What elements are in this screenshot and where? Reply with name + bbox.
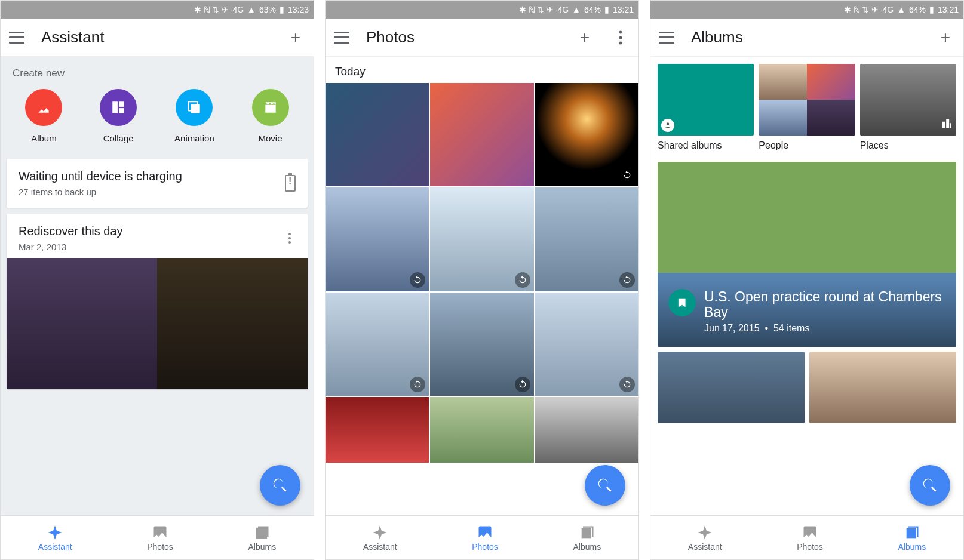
create-album[interactable]: Album — [25, 89, 62, 143]
sync-icon — [410, 377, 425, 392]
nav-photos-label: Photos — [797, 542, 823, 552]
overflow-menu-icon[interactable] — [611, 28, 630, 47]
featured-date: Jun 17, 2015 — [704, 323, 760, 333]
building-icon — [941, 118, 953, 132]
album-thumb[interactable] — [658, 352, 805, 423]
svg-point-8 — [619, 41, 622, 44]
memory-date: Mar 2, 2013 — [19, 242, 123, 252]
add-button[interactable]: + — [936, 28, 955, 47]
bottom-nav: Assistant Photos Albums — [326, 515, 638, 559]
sync-icon — [515, 272, 530, 288]
sync-icon — [515, 377, 530, 392]
places-thumbnail — [860, 64, 956, 136]
album-icon — [25, 89, 62, 126]
photo-grid — [326, 83, 638, 463]
photo-thumb[interactable] — [326, 83, 429, 186]
svg-rect-9 — [581, 528, 591, 538]
svg-point-10 — [667, 122, 670, 125]
content: Create new Album Collage Animation — [1, 57, 314, 515]
nav-photos[interactable]: Photos — [797, 524, 823, 552]
memory-thumb[interactable] — [157, 258, 308, 389]
photo-thumb[interactable] — [535, 293, 638, 396]
status-icons: ✱ ℕ ⇅ ✈ — [519, 5, 554, 14]
photo-thumb[interactable] — [535, 83, 638, 186]
page-title: Assistant — [41, 28, 269, 47]
add-button[interactable]: + — [286, 28, 305, 47]
menu-icon[interactable] — [9, 32, 24, 44]
search-fab[interactable] — [260, 465, 300, 506]
create-collage[interactable]: Collage — [100, 89, 137, 143]
create-movie-label: Movie — [259, 133, 283, 143]
photo-thumb[interactable] — [430, 293, 533, 396]
photo-thumb[interactable] — [535, 397, 638, 463]
svg-point-7 — [619, 36, 622, 39]
bottom-nav: Assistant Photos Albums — [1, 515, 314, 559]
album-row — [658, 352, 956, 423]
featured-title: U.S. Open practice round at Chambers Bay — [704, 289, 945, 321]
nav-albums[interactable]: Albums — [248, 524, 276, 552]
nav-albums[interactable]: Albums — [898, 524, 926, 552]
memory-card[interactable]: Rediscover this day Mar 2, 2013 — [7, 214, 308, 389]
nav-albums-label: Albums — [248, 542, 276, 552]
nav-photos-label: Photos — [147, 542, 173, 552]
sync-icon — [619, 272, 635, 288]
date-section-header: Today — [326, 57, 638, 83]
screen-photos: ✱ ℕ ⇅ ✈ 4G ▲ 64% ▮ 13:21 Photos + Today — [325, 0, 639, 560]
status-bar: ✱ ℕ ⇅ ✈ 4G ▲ 63% ▮ 13:23 — [1, 1, 314, 19]
collage-icon — [100, 89, 137, 126]
album-thumb[interactable] — [809, 352, 956, 423]
status-icons: ✱ ℕ ⇅ ✈ — [194, 5, 229, 14]
menu-icon[interactable] — [659, 32, 674, 44]
svg-rect-0 — [112, 101, 118, 113]
search-fab[interactable] — [910, 465, 950, 506]
create-animation[interactable]: Animation — [174, 89, 214, 143]
featured-count: 54 items — [773, 323, 809, 333]
card-overflow-icon[interactable] — [284, 233, 296, 244]
nav-assistant[interactable]: Assistant — [688, 524, 722, 552]
menu-icon[interactable] — [334, 32, 349, 44]
search-fab[interactable] — [585, 465, 625, 506]
nav-photos[interactable]: Photos — [147, 524, 173, 552]
nav-albums-label: Albums — [898, 542, 926, 552]
movie-icon — [252, 89, 289, 126]
memory-thumb[interactable] — [7, 258, 157, 389]
svg-rect-11 — [906, 528, 916, 538]
status-bar: ✱ ℕ ⇅ ✈ 4G ▲ 64% ▮ 13:21 — [326, 1, 638, 19]
category-people[interactable]: People — [759, 64, 855, 151]
backup-status-card[interactable]: Waiting until device is charging 27 item… — [7, 159, 308, 208]
person-icon — [661, 119, 674, 132]
photo-thumb[interactable] — [326, 187, 429, 291]
status-battery: 64% — [584, 5, 601, 14]
status-time: 13:21 — [613, 5, 634, 14]
photo-thumb[interactable] — [430, 397, 533, 463]
app-bar: Albums + — [650, 19, 963, 57]
nav-photos[interactable]: Photos — [472, 524, 498, 552]
bottom-nav: Assistant Photos Albums — [650, 515, 963, 559]
photo-thumb[interactable] — [535, 187, 638, 291]
create-row: Album Collage Animation Movie — [1, 85, 314, 159]
create-album-label: Album — [31, 133, 57, 143]
featured-album[interactable]: U.S. Open practice round at Chambers Bay… — [658, 162, 956, 347]
category-places[interactable]: Places — [860, 64, 956, 151]
photo-thumb[interactable] — [430, 187, 533, 291]
page-title: Photos — [366, 28, 558, 47]
add-button[interactable]: + — [575, 28, 594, 47]
nav-assistant[interactable]: Assistant — [363, 524, 397, 552]
bookmark-icon — [668, 289, 696, 316]
photo-thumb[interactable] — [326, 293, 429, 396]
status-net: 4G — [882, 5, 894, 14]
create-animation-label: Animation — [174, 133, 214, 143]
nav-assistant[interactable]: Assistant — [38, 524, 72, 552]
category-label: Places — [860, 140, 956, 151]
nav-photos-label: Photos — [472, 542, 498, 552]
category-shared-albums[interactable]: Shared albums — [658, 64, 754, 151]
shared-albums-thumbnail — [658, 64, 754, 136]
status-time: 13:23 — [288, 5, 309, 14]
nav-assistant-label: Assistant — [688, 542, 722, 552]
svg-rect-3 — [191, 104, 200, 113]
create-movie[interactable]: Movie — [252, 89, 289, 143]
photo-thumb[interactable] — [326, 397, 429, 463]
content: Today — [326, 57, 638, 515]
photo-thumb[interactable] — [430, 83, 533, 186]
nav-albums[interactable]: Albums — [573, 524, 601, 552]
